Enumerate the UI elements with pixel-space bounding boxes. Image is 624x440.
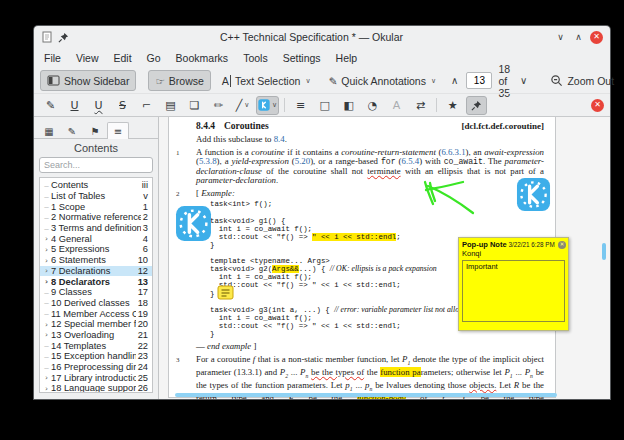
- maximize-button[interactable]: ∧: [572, 31, 585, 44]
- toc-item-page: 22: [138, 341, 148, 351]
- vertical-scrollbar[interactable]: [602, 243, 606, 260]
- toc-item[interactable]: ›17 Library introduction25: [40, 372, 152, 383]
- line-width-tool[interactable]: ≡: [290, 96, 311, 115]
- menu-item-view[interactable]: View: [76, 52, 99, 64]
- inline-note-annotation-icon[interactable]: [217, 284, 234, 301]
- strikeout-tool[interactable]: S: [112, 96, 133, 115]
- show-sidebar-button[interactable]: Show Sidebar: [40, 70, 136, 91]
- annotations-tab[interactable]: ✎: [61, 122, 83, 139]
- toc-item[interactable]: ›12 Special member fun...20: [40, 319, 152, 330]
- toc-item[interactable]: –14 Templates22: [40, 340, 152, 351]
- expand-caret-icon[interactable]: ›: [42, 256, 51, 265]
- green-ink-arrow-annotation[interactable]: [408, 168, 498, 232]
- opacity-tool[interactable]: ◔: [362, 96, 383, 115]
- underline-tool[interactable]: U: [64, 96, 85, 115]
- toc-item[interactable]: ›18 Language support li...26: [40, 383, 152, 393]
- typewriter-icon: ⌐: [142, 99, 151, 112]
- freehand-line-tool[interactable]: ✏: [208, 96, 229, 115]
- toc-item[interactable]: ›13 Overloading21: [40, 330, 152, 341]
- zoom-out-button[interactable]: Zoom Out: [543, 70, 621, 91]
- expand-caret-icon[interactable]: ›: [42, 373, 51, 382]
- menu-item-go[interactable]: Go: [147, 52, 161, 64]
- toc-item[interactable]: ›5 Expressions6: [40, 244, 152, 255]
- expand-caret-icon[interactable]: ›: [42, 234, 51, 243]
- close-button[interactable]: ✕: [590, 31, 603, 44]
- expand-caret-icon[interactable]: ›: [42, 384, 51, 393]
- font-tool[interactable]: A: [386, 96, 407, 115]
- toc-item-label: 14 Templates: [51, 341, 136, 351]
- kde-stamp-annotation[interactable]: [516, 177, 551, 212]
- toc-item[interactable]: –2 Normative references2: [40, 212, 152, 223]
- popup-note-close-button[interactable]: ✕: [558, 241, 566, 249]
- text-selection-icon: A: [222, 75, 231, 87]
- toc-item[interactable]: –1 Scope1: [40, 201, 152, 212]
- squiggle-underline-tool[interactable]: U: [88, 96, 109, 115]
- quick-annotations-button[interactable]: ✎ Quick Annotations ∨: [322, 70, 444, 91]
- toc-item[interactable]: ›7 Declarations12: [40, 266, 152, 277]
- pin-toolbar-tool[interactable]: [466, 96, 487, 115]
- toc-item[interactable]: –3 Terms and definitions3: [40, 223, 152, 234]
- advanced-settings-tool[interactable]: ⇄: [410, 96, 431, 115]
- menu-item-help[interactable]: Help: [336, 52, 358, 64]
- popup-note-text[interactable]: Important: [462, 260, 565, 322]
- thumbnails-tab-icon: ▦: [44, 126, 53, 137]
- inline-note-icon: ▤: [165, 99, 175, 112]
- menu-item-settings[interactable]: Settings: [283, 52, 321, 64]
- page-number-input[interactable]: [466, 72, 492, 89]
- horizontal-scrollbar[interactable]: [175, 393, 557, 397]
- contents-tree: –Contentsiii–List of Tablesv–1 Scope1–2 …: [39, 177, 153, 393]
- expand-caret-icon[interactable]: ›: [42, 320, 51, 329]
- chevron-down-icon[interactable]: ∨: [272, 101, 277, 109]
- toc-item-label: 8 Declarators: [51, 277, 136, 287]
- straight-line-tool[interactable]: ╱∨: [232, 96, 253, 115]
- kde-stamp-annotation[interactable]: [175, 205, 212, 242]
- previous-page-button[interactable]: ∧: [447, 75, 462, 86]
- toc-item-label: 5 Expressions: [51, 244, 141, 254]
- next-page-button[interactable]: ∨: [516, 75, 531, 86]
- toc-item[interactable]: ›4 General4: [40, 233, 152, 244]
- toc-item[interactable]: –16 Preprocessing direct...24: [40, 362, 152, 373]
- menu-item-tools[interactable]: Tools: [243, 52, 268, 64]
- browse-button[interactable]: ☞ Browse: [148, 70, 210, 91]
- toc-item[interactable]: –List of Tablesv: [40, 191, 152, 202]
- annotation-toolbar-close-button[interactable]: ✕: [591, 99, 604, 112]
- highlighter-tool[interactable]: ✎: [40, 96, 61, 115]
- menu-item-bookmarks[interactable]: Bookmarks: [176, 52, 229, 64]
- toc-item[interactable]: ›6 Statements10: [40, 255, 152, 266]
- expand-caret-icon[interactable]: ›: [42, 330, 51, 339]
- toc-item-label: 2 Normative references: [51, 212, 141, 222]
- menu-item-file[interactable]: File: [44, 52, 61, 64]
- popup-note-tool[interactable]: ❏: [184, 96, 205, 115]
- toc-item[interactable]: –11 Member Access Con...19: [40, 308, 152, 319]
- toc-item-label: 3 Terms and definitions: [51, 223, 141, 233]
- stamp-tool[interactable]: ∨: [256, 96, 279, 115]
- toc-item[interactable]: –15 Exception handling23: [40, 351, 152, 362]
- favourite-tool[interactable]: ★: [442, 96, 463, 115]
- expand-caret-icon[interactable]: ›: [42, 245, 51, 254]
- expand-caret-icon[interactable]: ›: [42, 266, 51, 275]
- typewriter-tool[interactable]: ⌐: [136, 96, 157, 115]
- toc-item[interactable]: –Contentsiii: [40, 180, 152, 191]
- thumbnails-tab[interactable]: ▦: [38, 122, 60, 139]
- minimize-button[interactable]: ∨: [554, 31, 567, 44]
- line-width-icon: ≡: [296, 99, 305, 112]
- underline-icon: U: [70, 99, 78, 112]
- shape-tool[interactable]: □: [314, 96, 335, 115]
- fill-color-tool[interactable]: ◧: [338, 96, 359, 115]
- popup-note-window[interactable]: Pop-up Note 3/22/21 6:28 PM ✕ Konqi Impo…: [458, 237, 569, 331]
- expand-caret-icon[interactable]: ›: [42, 277, 51, 286]
- toc-item-label: 15 Exception handling: [51, 351, 136, 361]
- contents-tab[interactable]: ≡: [107, 122, 129, 139]
- bookmarks-tab[interactable]: ⚑: [84, 122, 106, 139]
- search-input[interactable]: Search...: [39, 157, 153, 173]
- toc-item-page: 4: [143, 234, 148, 244]
- toc-item[interactable]: –10 Derived classes18: [40, 298, 152, 309]
- toc-item[interactable]: –9 Classes17: [40, 287, 152, 298]
- toc-item[interactable]: ›8 Declarators13: [40, 276, 152, 287]
- chevron-down-icon[interactable]: ∨: [305, 77, 310, 85]
- text-selection-button[interactable]: A Text Selection ∨: [215, 70, 318, 91]
- menu-item-edit[interactable]: Edit: [114, 52, 132, 64]
- inline-note-tool[interactable]: ▤: [160, 96, 181, 115]
- chevron-down-icon[interactable]: ∨: [431, 77, 436, 85]
- chevron-down-icon[interactable]: ∨: [244, 101, 249, 109]
